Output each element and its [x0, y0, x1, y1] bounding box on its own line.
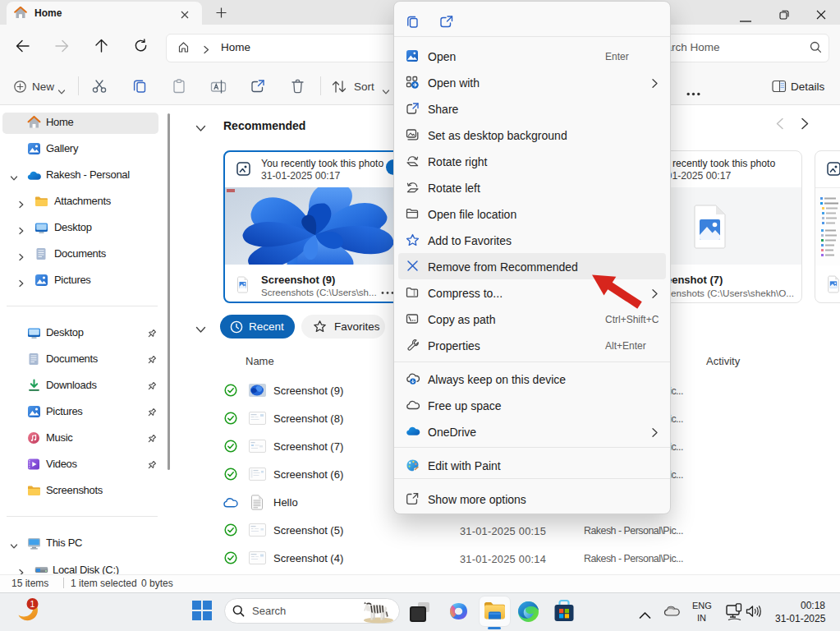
svg-text:1: 1	[30, 599, 35, 609]
